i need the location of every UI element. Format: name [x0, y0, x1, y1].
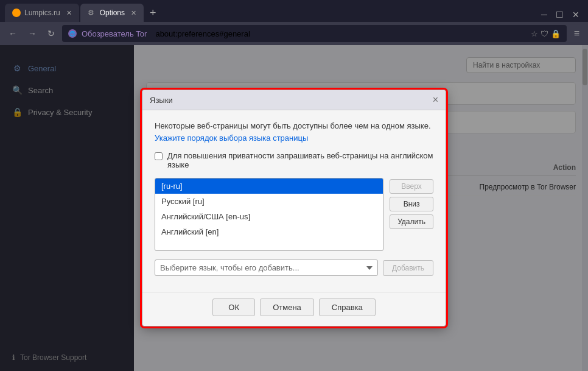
- add-language-button[interactable]: Добавить: [383, 260, 433, 276]
- help-button[interactable]: Справка: [319, 299, 376, 316]
- cancel-button[interactable]: Отмена: [260, 299, 314, 316]
- tor-favicon: 🌐: [68, 29, 77, 38]
- lang-up-button[interactable]: Вверх: [390, 179, 433, 194]
- window-restore[interactable]: ☐: [552, 7, 567, 22]
- add-language-row: Выберите язык, чтобы его добавить... Доб…: [155, 260, 433, 276]
- window-close[interactable]: ✕: [569, 7, 583, 22]
- ok-button[interactable]: ОК: [212, 299, 255, 316]
- tab-options[interactable]: ⚙ Options ✕: [80, 4, 144, 22]
- lang-list-container: [ru-ru] Русский [ru] Английский/США [en-…: [155, 178, 433, 251]
- lang-item-en[interactable]: Английский [en]: [155, 224, 383, 239]
- lang-item-ru[interactable]: Русский [ru]: [155, 194, 383, 209]
- address-label: Обозреватель Tor: [82, 29, 147, 38]
- languages-dialog: Языки × Некоторые веб-страницы могут быт…: [142, 90, 446, 327]
- address-url: about:preferences#general: [155, 29, 250, 38]
- tab-bar: Lumpics.ru ✕ ⚙ Options ✕ + ─ ☐ ✕: [0, 0, 588, 22]
- address-icons: ☆ 🛡 🔒: [531, 29, 561, 38]
- back-button[interactable]: ←: [5, 26, 21, 41]
- bookmark-icon[interactable]: ☆: [531, 29, 538, 38]
- dialog-titlebar: Языки ×: [142, 90, 446, 110]
- reload-button[interactable]: ↻: [44, 26, 58, 41]
- privacy-checkbox[interactable]: [155, 152, 163, 160]
- modal-backdrop: Языки × Некоторые веб-страницы могут быт…: [0, 45, 588, 371]
- address-bar[interactable]: 🌐 Обозреватель Tor about:preferences#gen…: [62, 25, 567, 42]
- tab-lumpics-close[interactable]: ✕: [66, 9, 72, 17]
- browser-window: Lumpics.ru ✕ ⚙ Options ✕ + ─ ☐ ✕ ← → ↻ 🌐…: [0, 0, 588, 371]
- lang-remove-button[interactable]: Удалить: [390, 214, 433, 229]
- forward-button[interactable]: →: [24, 26, 40, 41]
- add-language-select[interactable]: Выберите язык, чтобы его добавить...: [155, 260, 378, 276]
- lock-icon[interactable]: 🔒: [551, 29, 561, 38]
- dialog-close-button[interactable]: ×: [433, 95, 438, 105]
- lumpics-favicon: [12, 9, 21, 17]
- privacy-checkbox-row: Для повышения приватности запрашивать ве…: [155, 151, 433, 169]
- dialog-body: Некоторые веб-страницы могут быть доступ…: [142, 110, 446, 292]
- new-tab-button[interactable]: +: [145, 4, 161, 22]
- language-list[interactable]: [ru-ru] Русский [ru] Английский/США [en-…: [155, 178, 383, 251]
- window-minimize[interactable]: ─: [537, 7, 551, 22]
- privacy-checkbox-label: Для повышения приватности запрашивать ве…: [167, 151, 433, 169]
- lang-item-ru-ru[interactable]: [ru-ru]: [155, 178, 383, 194]
- tab-lumpics-label: Lumpics.ru: [24, 9, 60, 17]
- dialog-footer: ОК Отмена Справка: [142, 292, 446, 326]
- lang-item-en-us[interactable]: Английский/США [en-us]: [155, 209, 383, 224]
- description-link[interactable]: Укажите порядок выбора языка страницы: [155, 133, 308, 143]
- tab-lumpics[interactable]: Lumpics.ru ✕: [5, 4, 79, 22]
- lang-down-button[interactable]: Вниз: [390, 197, 433, 211]
- shield-icon[interactable]: 🛡: [541, 29, 548, 38]
- description-line1: Некоторые веб-страницы могут быть доступ…: [155, 121, 431, 130]
- tab-options-close[interactable]: ✕: [131, 9, 136, 17]
- tab-options-label: Options: [100, 9, 125, 17]
- dialog-description: Некоторые веб-страницы могут быть доступ…: [155, 120, 433, 144]
- dialog-title: Языки: [150, 96, 173, 105]
- lang-list-buttons: Вверх Вниз Удалить: [390, 178, 433, 251]
- options-favicon: ⚙: [88, 9, 96, 17]
- content-area: ⚙ General 🔍 Search 🔒 Privacy & Security …: [0, 45, 588, 371]
- nav-bar: ← → ↻ 🌐 Обозреватель Tor about:preferenc…: [0, 22, 588, 45]
- menu-button[interactable]: ≡: [570, 26, 583, 41]
